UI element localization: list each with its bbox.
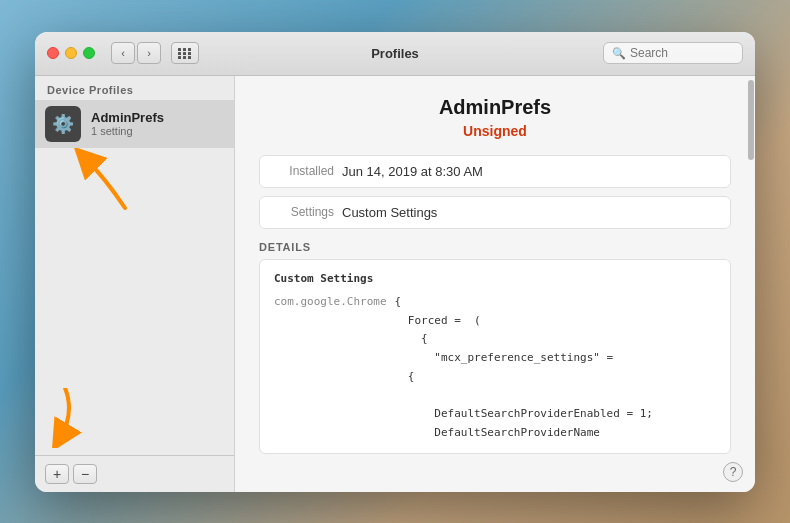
grid-icon [178,48,192,59]
code-lines: { Forced = ( { "mcx_preference_settings"… [395,293,653,443]
add-profile-button[interactable]: + [45,464,69,484]
installed-row: Installed Jun 14, 2019 at 8:30 AM [259,155,731,188]
scrollbar-track[interactable] [747,76,755,492]
custom-settings-title: Custom Settings [274,270,716,288]
remove-profile-button[interactable]: − [73,464,97,484]
sidebar-item-adminprefs[interactable]: ⚙️ AdminPrefs 1 setting [35,100,234,148]
installed-value: Jun 14, 2019 at 8:30 AM [342,164,483,179]
main-panel: AdminPrefs Unsigned Installed Jun 14, 20… [235,76,755,492]
arrow-bottom-annotation [45,388,125,452]
scrollbar-thumb[interactable] [748,80,754,160]
code-box: Custom Settings com.google.Chrome { Forc… [259,259,731,454]
sidebar-item-desc: 1 setting [91,125,164,137]
installed-label: Installed [274,164,334,178]
nav-buttons: ‹ › [111,42,161,64]
main-window: ‹ › Profiles 🔍 Device Profiles ⚙️ [35,32,755,492]
minimize-button[interactable] [65,47,77,59]
search-input[interactable] [630,46,734,60]
search-box[interactable]: 🔍 [603,42,743,64]
code-content: com.google.Chrome { Forced = ( { "mcx_pr… [274,293,716,443]
settings-value: Custom Settings [342,205,437,220]
forward-button[interactable]: › [137,42,161,64]
profile-title: AdminPrefs [259,96,731,119]
maximize-button[interactable] [83,47,95,59]
arrow-top-annotation [65,148,145,222]
titlebar: ‹ › Profiles 🔍 [35,32,755,76]
help-button[interactable]: ? [723,462,743,482]
sidebar-footer: + − [35,455,234,492]
main-content: AdminPrefs Unsigned Installed Jun 14, 20… [235,76,755,492]
content-area: Device Profiles ⚙️ AdminPrefs 1 setting [35,76,755,492]
settings-label: Settings [274,205,334,219]
settings-row: Settings Custom Settings [259,196,731,229]
traffic-lights [47,47,95,59]
details-label: DETAILS [259,241,731,253]
grid-view-button[interactable] [171,42,199,64]
search-icon: 🔍 [612,47,626,60]
profile-icon: ⚙️ [45,106,81,142]
code-key: com.google.Chrome [274,293,387,311]
close-button[interactable] [47,47,59,59]
back-button[interactable]: ‹ [111,42,135,64]
sidebar-item-text: AdminPrefs 1 setting [91,110,164,137]
sidebar: Device Profiles ⚙️ AdminPrefs 1 setting [35,76,235,492]
window-title: Profiles [371,46,419,61]
sidebar-header: Device Profiles [35,76,234,100]
profile-status: Unsigned [259,123,731,139]
sidebar-item-name: AdminPrefs [91,110,164,125]
